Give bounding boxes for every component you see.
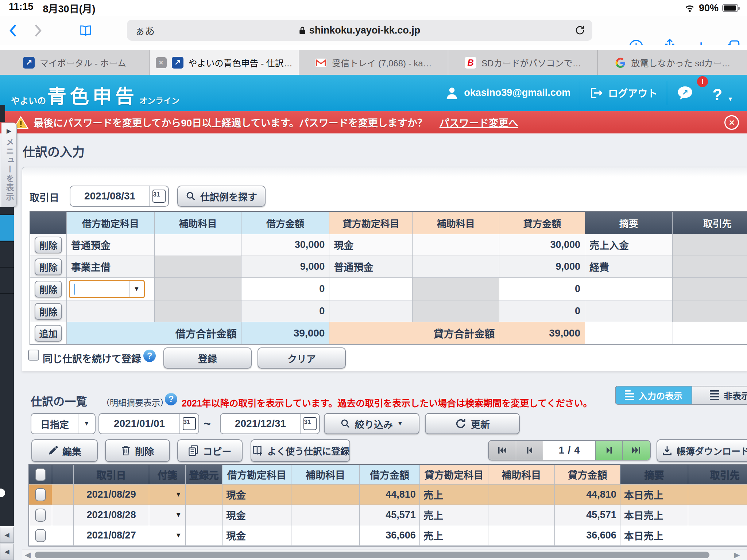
cell-credit-sub[interactable] — [413, 256, 500, 278]
cell-debit-amount[interactable]: 0 — [241, 278, 330, 300]
logout-button[interactable]: ログアウト — [580, 82, 667, 104]
row-checkbox[interactable] — [35, 488, 46, 501]
calendar-icon[interactable]: 31 — [149, 186, 168, 206]
cell-credit-amount[interactable]: 9,000 — [499, 256, 585, 278]
tab-aoiro-active[interactable]: × ↗ やよいの青色申告 - 仕訳… — [150, 50, 299, 75]
list-row[interactable]: 2021/08/27 ▼ 現金 36,606 売上 36,606 本日売上 — [29, 525, 747, 546]
cell-debit-account[interactable]: 普通預金 — [67, 234, 155, 256]
horizontal-scrollbar: ◀ ▶ — [22, 549, 747, 560]
tab-myportal[interactable]: ↗ マイポータル - ホーム — [0, 50, 150, 75]
cell-credit-amount[interactable]: 0 — [499, 278, 585, 300]
date-from-value: 2021/01/01 — [99, 418, 179, 429]
scroll-right-arrow[interactable]: ▶ — [734, 551, 740, 559]
tab-gmail[interactable]: 受信トレイ (7,068) - ka… — [299, 50, 449, 75]
period-type-select[interactable]: 日指定 ▼ — [31, 413, 96, 434]
clear-button[interactable]: クリア — [258, 347, 346, 369]
sidebar-collapse-button-2[interactable]: ◀ — [0, 544, 14, 560]
date-to-input[interactable]: 2021/12/31 31 — [220, 413, 320, 434]
last-page-button[interactable] — [623, 441, 650, 460]
header-summary: 摘要 — [585, 212, 673, 234]
cell-summary[interactable]: 経費 — [585, 256, 673, 278]
list-row[interactable]: 2021/08/28 ▼ 現金 45,571 売上 45,571 本日売上 — [29, 505, 747, 525]
cell-summary[interactable]: 売上入金 — [585, 234, 673, 256]
calendar-icon[interactable]: 31 — [179, 414, 198, 433]
close-tab-icon[interactable]: × — [156, 57, 167, 68]
cell-debit-amount[interactable]: 0 — [241, 300, 330, 322]
cell-credit-account[interactable]: 普通預金 — [329, 256, 413, 278]
copy-button[interactable]: コピー — [177, 439, 243, 462]
cell-debit-account[interactable] — [67, 300, 155, 322]
delete-button[interactable]: 削除 — [105, 439, 170, 462]
combobox-dropdown-icon[interactable]: ▼ — [129, 281, 144, 297]
show-menu-tab[interactable]: ▶ メニューを表示 — [1, 122, 17, 207]
cell-credit-amount[interactable]: 30,000 — [499, 234, 585, 256]
delete-row-button[interactable]: 削除 — [35, 237, 62, 253]
cell-credit-amount[interactable]: 0 — [499, 300, 585, 322]
delete-row-button[interactable]: 削除 — [35, 281, 62, 298]
cell-partner — [673, 256, 747, 278]
cell-summary[interactable] — [585, 300, 673, 322]
account-menu[interactable]: okasino39@gmail.com — [436, 82, 580, 104]
reload-button[interactable] — [574, 24, 586, 36]
prev-page-button[interactable] — [516, 441, 543, 460]
cell-debit-sub[interactable] — [155, 234, 241, 256]
repeat-help-icon[interactable]: ? — [143, 350, 156, 362]
date-from-input[interactable]: 2021/01/01 31 — [98, 413, 199, 434]
url-bar[interactable]: ぁあ shinkoku.yayoi-kk.co.jp — [127, 20, 592, 41]
tag-dropdown-icon[interactable]: ▼ — [175, 491, 182, 498]
select-all-checkbox[interactable] — [35, 468, 46, 481]
scroll-left-arrow[interactable]: ◀ — [25, 551, 31, 559]
sidebar-collapse-button[interactable]: ◀ — [0, 527, 14, 543]
delete-row-button[interactable]: 削除 — [35, 303, 62, 320]
ledger-download-label: 帳簿ダウンロード — [677, 444, 747, 457]
find-example-button[interactable]: 仕訳例を探す — [177, 186, 266, 207]
forward-button[interactable] — [26, 24, 51, 38]
calendar-icon[interactable]: 31 — [300, 414, 319, 433]
refresh-button[interactable]: 更新 — [425, 413, 520, 434]
add-row-button[interactable]: 追加 — [35, 325, 62, 342]
cell-debit-amount[interactable]: 9,000 — [241, 256, 330, 278]
first-page-button[interactable] — [489, 441, 516, 460]
password-change-link[interactable]: パスワード変更へ — [440, 115, 518, 129]
tab-sdcard[interactable]: B SDカードがパソコンで… — [448, 50, 598, 75]
ledger-download-button[interactable]: 帳簿ダウンロード — [657, 439, 747, 462]
back-button[interactable] — [0, 24, 26, 38]
row-checkbox[interactable] — [35, 509, 46, 522]
tag-dropdown-icon[interactable]: ▼ — [175, 511, 182, 519]
edit-button[interactable]: 編集 — [31, 439, 98, 462]
list-row-selected[interactable]: 2021/08/29 ▼ 現金 44,810 売上 44,810 本日売上 — [29, 485, 747, 505]
tag-dropdown-icon[interactable]: ▼ — [175, 532, 182, 539]
header-partner: 取引先 — [673, 212, 747, 234]
cell-summary[interactable] — [585, 278, 673, 300]
cell-credit-account[interactable] — [329, 300, 413, 322]
scrollbar-thumb[interactable] — [35, 552, 709, 558]
next-page-button[interactable] — [596, 441, 622, 460]
user-icon — [445, 86, 459, 100]
cell-debit-amount[interactable]: 30,000 — [241, 234, 330, 256]
register-button[interactable]: 登録 — [163, 347, 252, 369]
transaction-date-input[interactable]: 2021/08/31 31 — [70, 186, 169, 207]
delete-row-button[interactable]: 削除 — [35, 258, 62, 275]
notifications-button[interactable]: ↗ ! — [667, 82, 703, 104]
cell-credit-sub[interactable] — [413, 234, 500, 256]
tab-label: 受信トレイ (7,068) - ka… — [332, 56, 431, 69]
tab-google-search[interactable]: 放電しなかった sdカー… — [598, 50, 747, 75]
cell-debit-account[interactable]: 事業主借 — [67, 256, 155, 278]
show-input-toggle[interactable]: 入力の表示 — [616, 386, 692, 404]
cell-debit-amount: 45,571 — [360, 505, 420, 525]
header-partner: 取引先 — [688, 465, 747, 485]
hide-toggle[interactable]: 非表示 — [692, 386, 747, 404]
google-icon — [615, 57, 626, 69]
repeat-entry-checkbox[interactable] — [28, 350, 39, 361]
filter-button[interactable]: 絞り込み ▼ — [324, 413, 419, 434]
banner-close-icon[interactable]: × — [724, 115, 739, 130]
add-favorite-button[interactable]: よく使う仕訳に登録 — [251, 439, 350, 462]
bookmarks-button[interactable] — [73, 25, 98, 36]
sidebar-active-item[interactable] — [0, 215, 14, 241]
list-help-icon[interactable]: ? — [165, 393, 177, 405]
account-combobox-focused[interactable]: ▼ — [69, 280, 145, 298]
help-button[interactable]: ?▼ — [703, 82, 743, 104]
cell-credit-account[interactable] — [329, 278, 413, 300]
cell-credit-account[interactable]: 現金 — [329, 234, 413, 256]
row-checkbox[interactable] — [35, 529, 46, 542]
